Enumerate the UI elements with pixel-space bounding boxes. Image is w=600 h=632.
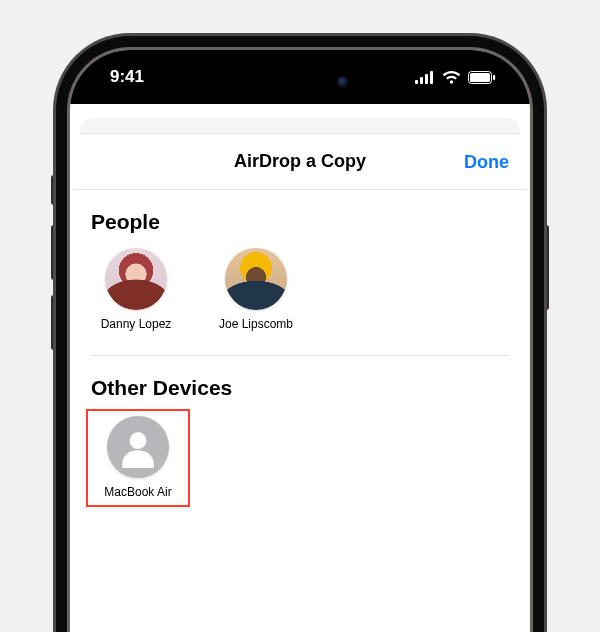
airdrop-person-joe[interactable]: Joe Lipscomb [211,248,301,331]
airdrop-device-macbook[interactable]: MacBook Air [93,416,183,499]
person-label: Joe Lipscomb [219,317,293,331]
people-heading: People [91,210,509,234]
wifi-icon [442,71,461,84]
svg-rect-2 [425,74,428,84]
sheet-header: AirDrop a Copy Done [73,134,527,190]
avatar [225,248,287,310]
cellular-icon [415,71,435,84]
background-sheet [80,118,520,134]
svg-rect-0 [415,80,418,84]
svg-point-7 [130,433,147,450]
highlight-box: MacBook Air [86,409,190,506]
devices-section: Other Devices MacBook Air [73,356,527,507]
volume-switch [51,175,57,205]
volume-up-button [51,225,57,280]
sheet-title: AirDrop a Copy [234,151,366,172]
airdrop-person-danny[interactable]: Danny Lopez [91,248,181,331]
volume-down-button [51,295,57,350]
svg-rect-6 [493,75,495,80]
battery-icon [468,71,496,84]
done-button[interactable]: Done [464,151,509,172]
device-label: MacBook Air [104,485,171,499]
people-section: People Danny Lopez Joe Lipscomb [73,190,527,337]
svg-rect-5 [470,73,490,82]
power-button [543,225,549,310]
iphone-frame: 9:41 AirDrop a Copy Done People [70,50,530,632]
front-camera-icon [337,77,348,88]
svg-rect-3 [430,71,433,84]
status-bar: 9:41 [70,50,530,104]
devices-heading: Other Devices [91,376,509,400]
airdrop-sheet: AirDrop a Copy Done People Danny Lopez J… [73,134,527,632]
generic-avatar-icon [107,416,169,478]
svg-rect-1 [420,77,423,84]
avatar [105,248,167,310]
person-label: Danny Lopez [101,317,172,331]
status-time: 9:41 [110,67,144,87]
dynamic-island [235,64,365,100]
